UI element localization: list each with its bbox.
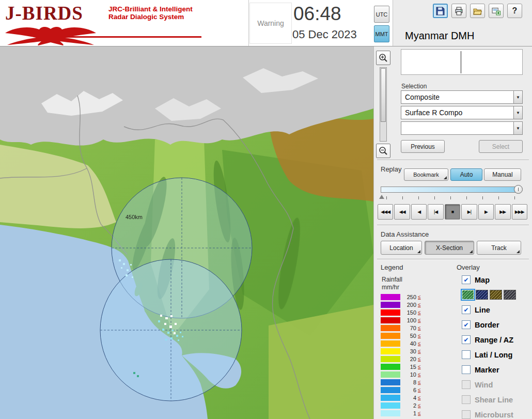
help-button[interactable]: ? bbox=[507, 4, 522, 18]
legend-rows: 250≤200≤150≤100≤70≤50≤40≤30≤20≤15≤10≤8≤6… bbox=[381, 293, 421, 417]
bookmark-button[interactable]: Bookmark bbox=[404, 168, 448, 181]
legend-le-symbol: ≤ bbox=[418, 379, 421, 385]
divider bbox=[377, 160, 529, 161]
legend-color-bar bbox=[381, 348, 400, 354]
legend-row: 10≤ bbox=[381, 370, 421, 378]
legend-le-symbol: ≤ bbox=[418, 340, 421, 346]
auto-button[interactable]: Auto bbox=[450, 168, 482, 181]
legend-row: 6≤ bbox=[381, 386, 421, 394]
checkbox[interactable]: ✔ bbox=[462, 335, 471, 344]
overlay-item-range-az[interactable]: ✔Range / AZ bbox=[456, 332, 532, 347]
overlay-label: Map bbox=[475, 276, 490, 284]
playback-stop-button[interactable]: ■ bbox=[445, 204, 460, 220]
selection-label: Selection bbox=[401, 83, 427, 90]
terrain-map: 450km bbox=[0, 46, 373, 419]
replay-timeline-slider[interactable] bbox=[381, 187, 521, 193]
checkbox[interactable]: ✔ bbox=[462, 305, 471, 314]
legend-subtitle-unit: mm/hr bbox=[382, 284, 399, 291]
overlay-item-marker[interactable]: Marker bbox=[456, 362, 532, 377]
playback-fast-forward-button[interactable]: ▶▶ bbox=[495, 204, 510, 220]
radar-map-display[interactable]: 450km bbox=[0, 46, 373, 419]
overlay-item-border[interactable]: ✔Border bbox=[456, 317, 532, 332]
overlay-item-wind: Wind bbox=[456, 377, 532, 392]
range-label: 450km bbox=[126, 214, 143, 220]
export-button[interactable] bbox=[489, 4, 504, 18]
save-button[interactable] bbox=[433, 4, 448, 18]
legend-value: 1 bbox=[402, 410, 416, 416]
select-button[interactable]: Select bbox=[479, 140, 523, 153]
overlay-item-lati-long[interactable]: Lati / Long bbox=[456, 347, 532, 362]
checkbox[interactable] bbox=[462, 365, 471, 374]
overlay-item-line[interactable]: ✔Line bbox=[456, 302, 532, 317]
chevron-down-icon[interactable]: ▼ bbox=[513, 91, 522, 103]
zoom-slider-thumb[interactable] bbox=[381, 68, 386, 122]
location-button[interactable]: Location bbox=[381, 241, 422, 255]
manual-button[interactable]: Manual bbox=[484, 168, 521, 181]
header-divider-1 bbox=[248, 0, 249, 46]
control-panel: Selection Composite ▼ Surface R Compo ▼ … bbox=[373, 46, 532, 419]
selection-dropdown-product[interactable]: Surface R Compo ▼ bbox=[401, 106, 523, 119]
legend-color-bar bbox=[381, 294, 400, 300]
print-button[interactable] bbox=[451, 4, 466, 18]
zoom-out-button[interactable] bbox=[376, 144, 390, 158]
timeline-handle[interactable] bbox=[514, 185, 523, 194]
legend-row: 150≤ bbox=[381, 308, 421, 316]
zoom-in-button[interactable] bbox=[376, 51, 390, 65]
legend-color-bar bbox=[381, 317, 400, 323]
legend-color-bar bbox=[381, 402, 400, 409]
map-swatch-1[interactable] bbox=[476, 290, 488, 300]
legend-subtitle-rainfall: Rainfall bbox=[382, 276, 402, 283]
legend-title: Legend bbox=[381, 263, 403, 271]
checkbox bbox=[462, 380, 471, 389]
zoom-slider[interactable] bbox=[380, 67, 387, 142]
map-color-swatches bbox=[456, 287, 532, 302]
selection-dropdown-composite[interactable]: Composite ▼ bbox=[401, 90, 523, 104]
map-swatch-3[interactable] bbox=[504, 290, 516, 300]
product-list-box[interactable] bbox=[401, 49, 523, 75]
data-assistance-label: Data Assistance bbox=[381, 230, 429, 238]
playback-jump-to-start-button[interactable]: ◀◀◀ bbox=[378, 204, 393, 220]
legend-le-symbol: ≤ bbox=[418, 317, 421, 323]
folder-icon bbox=[473, 7, 482, 15]
checkbox[interactable]: ✔ bbox=[462, 275, 471, 284]
checkbox[interactable]: ✔ bbox=[462, 320, 471, 329]
legend-le-symbol: ≤ bbox=[418, 410, 421, 416]
mmt-button[interactable]: MMT bbox=[374, 25, 389, 42]
map-swatch-2[interactable] bbox=[490, 290, 502, 300]
legend-le-symbol: ≤ bbox=[418, 364, 421, 369]
overlay-item-map[interactable]: ✔Map bbox=[456, 272, 532, 287]
playback-play-button[interactable]: ▶ bbox=[478, 204, 494, 220]
playback-step-forward-button[interactable]: ▶| bbox=[461, 204, 477, 220]
playback-fast-rewind-button[interactable]: ◀◀ bbox=[394, 204, 410, 220]
replay-label: Replay bbox=[381, 165, 401, 173]
playback-jump-to-end-button[interactable]: ▶▶▶ bbox=[512, 204, 527, 220]
clock-time: 06:48 bbox=[293, 3, 341, 25]
x-section-button[interactable]: X-Section bbox=[425, 241, 474, 255]
legend-row: 20≤ bbox=[381, 355, 421, 363]
selection-dropdown-extra[interactable]: ▼ bbox=[401, 121, 523, 135]
overlay-title: Overlay bbox=[457, 263, 480, 271]
legend-le-symbol: ≤ bbox=[418, 325, 421, 331]
overlay-label: Wind bbox=[475, 381, 493, 389]
legend-row: 50≤ bbox=[381, 332, 421, 339]
chevron-down-icon[interactable]: ▼ bbox=[513, 106, 522, 119]
text-cursor bbox=[461, 51, 461, 73]
radar-range-rings bbox=[100, 178, 252, 401]
open-folder-button[interactable] bbox=[470, 4, 485, 18]
image-plus-icon bbox=[492, 7, 500, 15]
legend-row: 8≤ bbox=[381, 378, 421, 386]
utc-button[interactable]: UTC bbox=[374, 6, 389, 23]
legend-row: 200≤ bbox=[381, 301, 421, 308]
legend-value: 2 bbox=[402, 402, 416, 409]
legend-value: 150 bbox=[402, 309, 416, 316]
checkbox[interactable] bbox=[462, 350, 471, 359]
map-swatch-0[interactable] bbox=[462, 290, 474, 300]
legend-row: 4≤ bbox=[381, 394, 421, 401]
previous-button[interactable]: Previous bbox=[401, 140, 445, 153]
track-button[interactable]: Track bbox=[477, 241, 521, 255]
chevron-down-icon[interactable]: ▼ bbox=[513, 122, 522, 134]
legend-value: 30 bbox=[402, 348, 416, 354]
playback-step-back-button[interactable]: |◀ bbox=[428, 204, 443, 220]
legend-le-symbol: ≤ bbox=[418, 302, 421, 307]
playback-play-reverse-button[interactable]: ◀ bbox=[411, 204, 427, 220]
